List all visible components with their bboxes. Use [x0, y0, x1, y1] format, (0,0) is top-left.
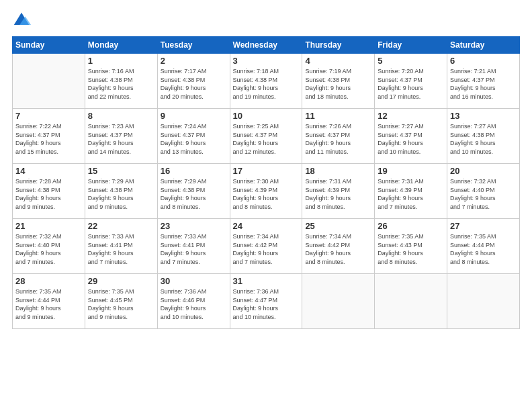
day-number: 11 [305, 111, 371, 121]
calendar-cell [13, 54, 85, 109]
day-info: Sunrise: 7:32 AM Sunset: 4:40 PM Dayligh… [450, 177, 517, 211]
day-number: 6 [450, 56, 517, 66]
day-info: Sunrise: 7:35 AM Sunset: 4:43 PM Dayligh… [378, 232, 444, 266]
calendar-week-5: 28Sunrise: 7:35 AM Sunset: 4:44 PM Dayli… [13, 274, 520, 329]
day-number: 31 [233, 276, 300, 286]
day-number: 2 [161, 56, 227, 66]
calendar-cell: 18Sunrise: 7:31 AM Sunset: 4:39 PM Dayli… [302, 164, 375, 219]
day-info: Sunrise: 7:23 AM Sunset: 4:37 PM Dayligh… [88, 122, 154, 156]
calendar-header-row: SundayMondayTuesdayWednesdayThursdayFrid… [13, 37, 520, 54]
calendar-cell: 2Sunrise: 7:17 AM Sunset: 4:38 PM Daylig… [157, 54, 230, 109]
day-info: Sunrise: 7:24 AM Sunset: 4:37 PM Dayligh… [161, 122, 227, 156]
calendar-week-1: 1Sunrise: 7:16 AM Sunset: 4:38 PM Daylig… [13, 54, 520, 109]
calendar-week-2: 7Sunrise: 7:22 AM Sunset: 4:37 PM Daylig… [13, 109, 520, 164]
calendar-cell: 7Sunrise: 7:22 AM Sunset: 4:37 PM Daylig… [13, 109, 85, 164]
calendar-cell: 8Sunrise: 7:23 AM Sunset: 4:37 PM Daylig… [85, 109, 157, 164]
day-number: 13 [450, 111, 517, 121]
calendar-cell: 20Sunrise: 7:32 AM Sunset: 4:40 PM Dayli… [447, 164, 520, 219]
day-info: Sunrise: 7:29 AM Sunset: 4:38 PM Dayligh… [161, 177, 227, 211]
day-number: 28 [15, 276, 82, 286]
calendar-cell: 29Sunrise: 7:35 AM Sunset: 4:45 PM Dayli… [85, 274, 157, 329]
logo-icon [12, 11, 31, 30]
day-info: Sunrise: 7:35 AM Sunset: 4:45 PM Dayligh… [88, 287, 154, 321]
day-info: Sunrise: 7:32 AM Sunset: 4:40 PM Dayligh… [15, 232, 82, 266]
page-header [12, 11, 520, 30]
day-info: Sunrise: 7:33 AM Sunset: 4:41 PM Dayligh… [161, 232, 227, 266]
calendar-cell: 24Sunrise: 7:34 AM Sunset: 4:42 PM Dayli… [230, 219, 302, 274]
day-info: Sunrise: 7:36 AM Sunset: 4:47 PM Dayligh… [233, 287, 300, 321]
day-number: 25 [305, 221, 371, 231]
page-container: SundayMondayTuesdayWednesdayThursdayFrid… [0, 0, 532, 411]
day-info: Sunrise: 7:36 AM Sunset: 4:46 PM Dayligh… [161, 287, 227, 321]
day-info: Sunrise: 7:34 AM Sunset: 4:42 PM Dayligh… [305, 232, 371, 266]
day-number: 29 [88, 276, 154, 286]
calendar-cell: 10Sunrise: 7:25 AM Sunset: 4:37 PM Dayli… [230, 109, 302, 164]
calendar-cell: 21Sunrise: 7:32 AM Sunset: 4:40 PM Dayli… [13, 219, 85, 274]
day-number: 7 [15, 111, 82, 121]
calendar-cell: 28Sunrise: 7:35 AM Sunset: 4:44 PM Dayli… [13, 274, 85, 329]
day-info: Sunrise: 7:28 AM Sunset: 4:38 PM Dayligh… [15, 177, 82, 211]
day-number: 4 [305, 56, 371, 66]
calendar-cell: 3Sunrise: 7:18 AM Sunset: 4:38 PM Daylig… [230, 54, 302, 109]
calendar-week-3: 14Sunrise: 7:28 AM Sunset: 4:38 PM Dayli… [13, 164, 520, 219]
calendar-cell: 22Sunrise: 7:33 AM Sunset: 4:41 PM Dayli… [85, 219, 157, 274]
day-info: Sunrise: 7:18 AM Sunset: 4:38 PM Dayligh… [233, 67, 300, 101]
day-number: 8 [88, 111, 154, 121]
column-header-monday: Monday [85, 37, 157, 54]
calendar-cell: 11Sunrise: 7:26 AM Sunset: 4:37 PM Dayli… [302, 109, 375, 164]
day-number: 3 [233, 56, 300, 66]
calendar-week-4: 21Sunrise: 7:32 AM Sunset: 4:40 PM Dayli… [13, 219, 520, 274]
calendar-cell [447, 274, 520, 329]
day-number: 19 [378, 166, 444, 176]
column-header-thursday: Thursday [302, 37, 375, 54]
calendar-cell: 15Sunrise: 7:29 AM Sunset: 4:38 PM Dayli… [85, 164, 157, 219]
day-number: 21 [15, 221, 82, 231]
calendar-cell [302, 274, 375, 329]
calendar-cell: 6Sunrise: 7:21 AM Sunset: 4:37 PM Daylig… [447, 54, 520, 109]
day-number: 24 [233, 221, 300, 231]
day-info: Sunrise: 7:25 AM Sunset: 4:37 PM Dayligh… [233, 122, 300, 156]
day-info: Sunrise: 7:16 AM Sunset: 4:38 PM Dayligh… [88, 67, 154, 101]
day-info: Sunrise: 7:19 AM Sunset: 4:38 PM Dayligh… [305, 67, 371, 101]
day-number: 14 [15, 166, 82, 176]
day-number: 12 [378, 111, 444, 121]
calendar-cell: 9Sunrise: 7:24 AM Sunset: 4:37 PM Daylig… [157, 109, 230, 164]
day-number: 22 [88, 221, 154, 231]
day-number: 23 [161, 221, 227, 231]
column-header-wednesday: Wednesday [230, 37, 302, 54]
day-info: Sunrise: 7:20 AM Sunset: 4:37 PM Dayligh… [378, 67, 444, 101]
calendar-cell: 27Sunrise: 7:35 AM Sunset: 4:44 PM Dayli… [447, 219, 520, 274]
column-header-sunday: Sunday [13, 37, 85, 54]
calendar-cell [375, 274, 447, 329]
column-header-tuesday: Tuesday [157, 37, 230, 54]
calendar-cell: 23Sunrise: 7:33 AM Sunset: 4:41 PM Dayli… [157, 219, 230, 274]
day-info: Sunrise: 7:31 AM Sunset: 4:39 PM Dayligh… [378, 177, 444, 211]
day-info: Sunrise: 7:34 AM Sunset: 4:42 PM Dayligh… [233, 232, 300, 266]
day-info: Sunrise: 7:27 AM Sunset: 4:37 PM Dayligh… [378, 122, 444, 156]
day-info: Sunrise: 7:35 AM Sunset: 4:44 PM Dayligh… [450, 232, 517, 266]
calendar-cell: 4Sunrise: 7:19 AM Sunset: 4:38 PM Daylig… [302, 54, 375, 109]
calendar-cell: 17Sunrise: 7:30 AM Sunset: 4:39 PM Dayli… [230, 164, 302, 219]
day-info: Sunrise: 7:31 AM Sunset: 4:39 PM Dayligh… [305, 177, 371, 211]
day-number: 17 [233, 166, 300, 176]
day-info: Sunrise: 7:27 AM Sunset: 4:38 PM Dayligh… [450, 122, 517, 156]
calendar-cell: 30Sunrise: 7:36 AM Sunset: 4:46 PM Dayli… [157, 274, 230, 329]
column-header-saturday: Saturday [447, 37, 520, 54]
calendar-cell: 12Sunrise: 7:27 AM Sunset: 4:37 PM Dayli… [375, 109, 447, 164]
day-number: 20 [450, 166, 517, 176]
logo [12, 11, 32, 30]
calendar-cell: 31Sunrise: 7:36 AM Sunset: 4:47 PM Dayli… [230, 274, 302, 329]
day-number: 1 [88, 56, 154, 66]
calendar-cell: 13Sunrise: 7:27 AM Sunset: 4:38 PM Dayli… [447, 109, 520, 164]
calendar-cell: 1Sunrise: 7:16 AM Sunset: 4:38 PM Daylig… [85, 54, 157, 109]
day-number: 27 [450, 221, 517, 231]
day-info: Sunrise: 7:22 AM Sunset: 4:37 PM Dayligh… [15, 122, 82, 156]
day-info: Sunrise: 7:35 AM Sunset: 4:44 PM Dayligh… [15, 287, 82, 321]
day-number: 30 [161, 276, 227, 286]
calendar-cell: 16Sunrise: 7:29 AM Sunset: 4:38 PM Dayli… [157, 164, 230, 219]
day-number: 5 [378, 56, 444, 66]
day-info: Sunrise: 7:33 AM Sunset: 4:41 PM Dayligh… [88, 232, 154, 266]
day-info: Sunrise: 7:17 AM Sunset: 4:38 PM Dayligh… [161, 67, 227, 101]
day-number: 9 [161, 111, 227, 121]
day-number: 10 [233, 111, 300, 121]
